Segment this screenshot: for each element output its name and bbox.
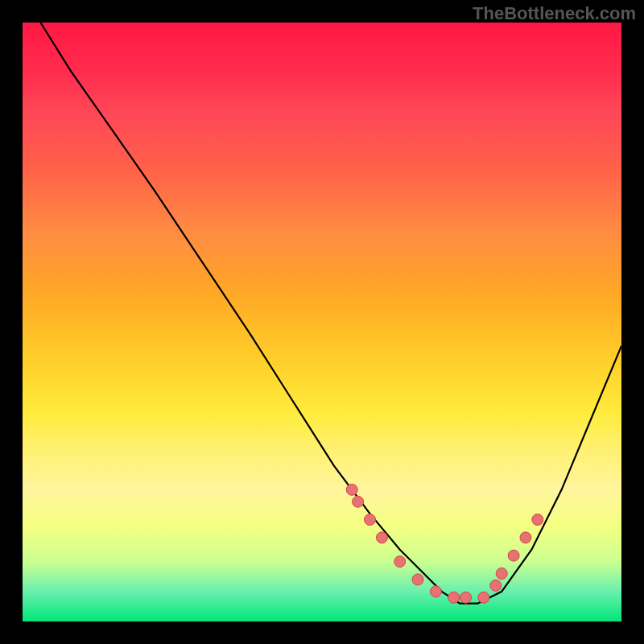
data-point <box>394 556 406 568</box>
data-point <box>532 514 543 526</box>
data-point <box>508 550 519 561</box>
chart-plot-area <box>23 23 621 621</box>
data-point <box>376 532 387 543</box>
data-point <box>448 592 460 603</box>
data-point <box>520 532 531 543</box>
chart-svg <box>23 23 621 621</box>
data-point <box>346 484 357 495</box>
data-point <box>430 586 441 597</box>
data-point <box>490 580 502 591</box>
points-group <box>346 484 543 603</box>
data-point <box>478 592 489 603</box>
watermark-text: TheBottleneck.com <box>473 3 636 24</box>
data-point <box>353 496 364 507</box>
data-point <box>460 592 472 603</box>
data-point <box>412 574 423 585</box>
data-point <box>496 568 507 579</box>
data-point <box>365 514 376 526</box>
